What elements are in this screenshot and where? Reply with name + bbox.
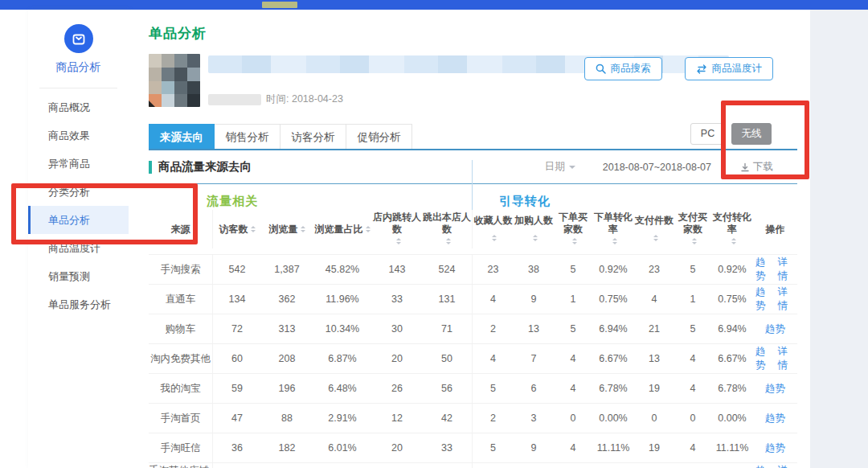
value-cell: 4 <box>554 344 592 373</box>
sidebar-item-link[interactable]: 异常商品 <box>28 150 129 178</box>
sort-icon[interactable] <box>301 224 305 235</box>
tab-active[interactable]: 来源去向 <box>149 124 215 149</box>
section-title-wrap: 商品流量来源去向 <box>149 159 252 174</box>
action-link[interactable]: 趋势 <box>755 464 773 468</box>
column-header[interactable]: 下单转化率 <box>592 210 634 248</box>
sort-icon[interactable] <box>731 236 736 247</box>
value-cell: 131 <box>422 285 472 314</box>
date-dropdown-label: 日期 <box>545 160 565 174</box>
column-label: 浏览量占比 <box>315 224 363 236</box>
table-row: 手淘旺信361826.01%203359411.11%19411.11%趋势 <box>149 433 797 462</box>
value-cell: 3 <box>514 404 554 433</box>
sidebar-item-link[interactable]: 单品服务分析 <box>28 290 129 318</box>
column-header[interactable]: 访客数 <box>213 210 261 248</box>
column-header[interactable]: 收藏人数 <box>472 210 514 248</box>
table-row: 购物车7231310.34%307121356.94%2156.94%趋势 <box>149 314 797 343</box>
actions-cell: 趋势 <box>753 433 797 462</box>
value-cell: 2.91% <box>313 463 372 468</box>
value-cell: 6.01% <box>313 433 372 462</box>
action-link[interactable]: 趋势 <box>765 412 785 425</box>
sort-icon[interactable] <box>653 232 658 244</box>
column-header[interactable]: 浏览量占比 <box>313 210 372 248</box>
action-link[interactable]: 趋势 <box>765 441 785 455</box>
group-divider <box>472 160 473 210</box>
value-cell: 60 <box>213 344 261 373</box>
value-cell: 542 <box>213 255 261 284</box>
action-link[interactable]: 趋势 <box>755 345 773 372</box>
column-header[interactable]: 跳出本店人数 <box>422 210 472 248</box>
action-link[interactable]: 详情 <box>778 285 796 313</box>
action-link[interactable]: 趋势 <box>755 256 773 283</box>
column-header[interactable]: 店内跳转人数 <box>372 210 422 248</box>
table-header-row: 来源访客数浏览量浏览量占比店内跳转人数跳出本店人数收藏人数加购人数下单买家数下单… <box>149 210 797 248</box>
column-header[interactable]: 支付转化率 <box>711 210 753 248</box>
value-cell: 524 <box>422 255 472 284</box>
sidebar-item-link[interactable]: 商品温度计 <box>28 234 129 262</box>
sidebar-item-link[interactable]: 销量预测 <box>28 262 129 290</box>
product-thermometer-button[interactable]: 商品温度计 <box>685 57 774 80</box>
group-conversion-label: 引导转化 <box>499 194 551 209</box>
value-cell: 42 <box>422 404 472 433</box>
search-icon <box>596 64 606 74</box>
sort-icon[interactable] <box>692 236 697 247</box>
value-cell: 30 <box>372 314 422 343</box>
sidebar-section-header[interactable]: 商品分析 <box>28 10 129 75</box>
source-cell: 直通车 <box>149 285 213 314</box>
date-dropdown[interactable]: 日期 <box>545 160 575 174</box>
sidebar-section-title: 商品分析 <box>28 60 129 75</box>
sort-icon[interactable] <box>251 224 256 235</box>
value-cell: 19 <box>634 433 674 462</box>
date-range-display[interactable]: 2018-08-07~2018-08-07 <box>603 162 711 173</box>
download-icon <box>740 162 750 172</box>
device-toggle-option[interactable]: 无线 <box>731 123 772 145</box>
download-button[interactable]: 下载 <box>740 160 773 174</box>
column-header: 来源 <box>149 210 213 248</box>
value-cell: 6.94% <box>592 314 634 343</box>
column-header[interactable]: 支付买家数 <box>674 210 711 248</box>
product-search-button[interactable]: 商品搜索 <box>584 57 662 80</box>
sidebar-item-active[interactable]: 单品分析 <box>28 206 129 234</box>
group-traffic-label: 流量相关 <box>207 194 258 209</box>
action-link[interactable]: 详情 <box>778 464 796 468</box>
sort-icon[interactable] <box>366 224 371 235</box>
value-cell: 1 <box>554 285 592 314</box>
column-header[interactable]: 加购人数 <box>514 210 554 248</box>
sort-icon[interactable] <box>533 232 538 244</box>
action-link[interactable]: 详情 <box>778 345 796 372</box>
value-cell: 182 <box>261 433 313 462</box>
device-toggle-option[interactable]: PC <box>690 123 725 145</box>
tab-item[interactable]: 销售分析 <box>215 124 280 149</box>
value-cell: 6.78% <box>592 374 634 403</box>
column-header[interactable]: 支付件数 <box>634 210 674 248</box>
sort-icon[interactable] <box>396 236 401 247</box>
value-cell: 11.96% <box>313 285 372 314</box>
tab-item[interactable]: 促销分析 <box>346 124 412 149</box>
action-link[interactable]: 趋势 <box>765 322 785 336</box>
sort-icon[interactable] <box>492 232 497 244</box>
action-link[interactable]: 详情 <box>778 256 796 283</box>
column-label: 跳出本店人数 <box>423 211 471 236</box>
sort-icon[interactable] <box>612 236 617 247</box>
column-header[interactable]: 下单买家数 <box>554 210 592 248</box>
tab-item[interactable]: 访客分析 <box>280 124 346 149</box>
column-header[interactable]: 浏览量 <box>261 210 313 248</box>
value-cell: 2 <box>472 314 514 343</box>
value-cell: 20 <box>372 344 422 373</box>
value-cell: 4 <box>674 433 711 462</box>
value-cell: 23 <box>634 255 674 284</box>
action-link[interactable]: 趋势 <box>765 382 785 396</box>
value-cell: 362 <box>261 285 313 314</box>
action-link[interactable]: 趋势 <box>755 285 773 313</box>
sidebar-item-link[interactable]: 商品概况 <box>28 93 129 121</box>
column-label: 店内跳转人数 <box>373 211 421 236</box>
value-cell: 88 <box>261 463 313 468</box>
value-cell: 208 <box>261 344 313 373</box>
value-cell: 21 <box>634 314 674 343</box>
source-cell: 手淘搜索 <box>149 255 213 284</box>
sort-icon[interactable] <box>446 236 451 247</box>
column-label: 来源 <box>171 224 190 236</box>
sidebar-item-link[interactable]: 分类分析 <box>28 178 129 206</box>
value-cell: 0 <box>674 463 711 468</box>
sort-icon[interactable] <box>572 236 577 247</box>
sidebar-item-link[interactable]: 商品效果 <box>28 121 129 150</box>
